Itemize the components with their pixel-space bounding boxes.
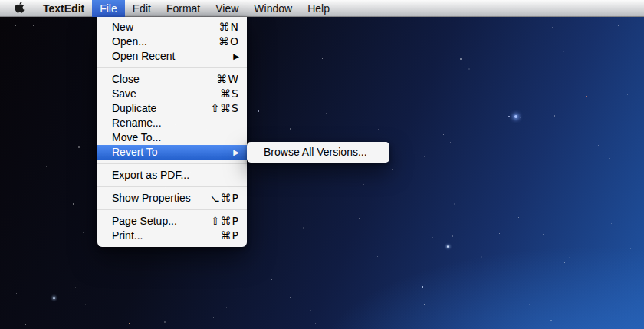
menubar-item-format[interactable]: Format [159, 0, 208, 17]
menu-item-page-setup[interactable]: Page Setup... ⇧⌘P [97, 214, 247, 229]
menu-item-label: Print... [112, 229, 143, 243]
menu-item-label: Rename... [112, 116, 162, 130]
menu-item-export-as-pdf[interactable]: Export as PDF... [97, 168, 247, 183]
apple-menu[interactable] [4, 0, 35, 17]
menu-item-label: Page Setup... [112, 214, 177, 229]
menu-item-revert-to[interactable]: Revert To ▶ [97, 145, 247, 160]
menubar-item-window[interactable]: Window [246, 0, 300, 17]
menu-item-label: Browse All Versions... [264, 145, 367, 160]
menu-item-open-recent[interactable]: Open Recent ▶ [97, 49, 247, 64]
menu-separator [97, 163, 247, 164]
menu-item-label: Revert To [112, 145, 158, 160]
menu-item-close[interactable]: Close ⌘W [97, 72, 247, 87]
menubar-item-file[interactable]: File [92, 0, 125, 17]
menu-item-label: Save [112, 87, 136, 101]
apple-icon [14, 1, 25, 16]
menu-item-shortcut: ⌘N [219, 20, 239, 35]
file-menu-dropdown: New ⌘N Open... ⌘O Open Recent ▶ Close ⌘W… [97, 17, 247, 247]
revert-to-submenu: Browse All Versions... [247, 142, 389, 163]
menu-item-open[interactable]: Open... ⌘O [97, 35, 247, 49]
menu-item-new[interactable]: New ⌘N [97, 20, 247, 35]
menu-item-rename[interactable]: Rename... [97, 116, 247, 130]
menu-separator [97, 209, 247, 210]
menubar-item-app-name[interactable]: TextEdit [35, 0, 92, 17]
menu-item-shortcut: ⌘P [221, 229, 239, 243]
menu-item-label: Duplicate [112, 101, 156, 116]
menu-item-save[interactable]: Save ⌘S [97, 87, 247, 101]
menubar-item-help[interactable]: Help [300, 0, 337, 17]
menu-separator [97, 186, 247, 187]
menu-item-label: Open... [112, 35, 147, 49]
menu-item-show-properties[interactable]: Show Properties ⌥⌘P [97, 191, 247, 206]
menu-item-print[interactable]: Print... ⌘P [97, 229, 247, 243]
menu-item-shortcut: ⌘S [220, 87, 239, 101]
menu-item-label: Close [112, 72, 140, 87]
desktop-wallpaper[interactable] [0, 0, 644, 329]
submenu-arrow-icon: ▶ [233, 145, 239, 160]
menu-item-duplicate[interactable]: Duplicate ⇧⌘S [97, 101, 247, 116]
menu-item-label: Open Recent [112, 49, 176, 64]
menu-item-label: Show Properties [112, 191, 191, 206]
menu-item-shortcut: ⌘W [216, 72, 239, 87]
menu-item-label: Move To... [112, 130, 161, 145]
menu-item-shortcut: ⇧⌘S [210, 101, 239, 116]
menu-item-label: New [112, 20, 133, 35]
menu-item-label: Export as PDF... [112, 168, 189, 183]
menu-separator [97, 67, 247, 68]
submenu-arrow-icon: ▶ [233, 49, 239, 64]
menu-bar: TextEdit File Edit Format View Window He… [0, 0, 644, 17]
menu-item-shortcut: ⇧⌘P [211, 214, 239, 229]
menubar-item-view[interactable]: View [208, 0, 246, 17]
menu-item-browse-all-versions[interactable]: Browse All Versions... [247, 145, 389, 160]
menubar-item-edit[interactable]: Edit [125, 0, 159, 17]
menu-item-move-to[interactable]: Move To... [97, 130, 247, 145]
menu-item-shortcut: ⌥⌘P [207, 191, 239, 206]
menu-item-shortcut: ⌘O [219, 35, 239, 49]
